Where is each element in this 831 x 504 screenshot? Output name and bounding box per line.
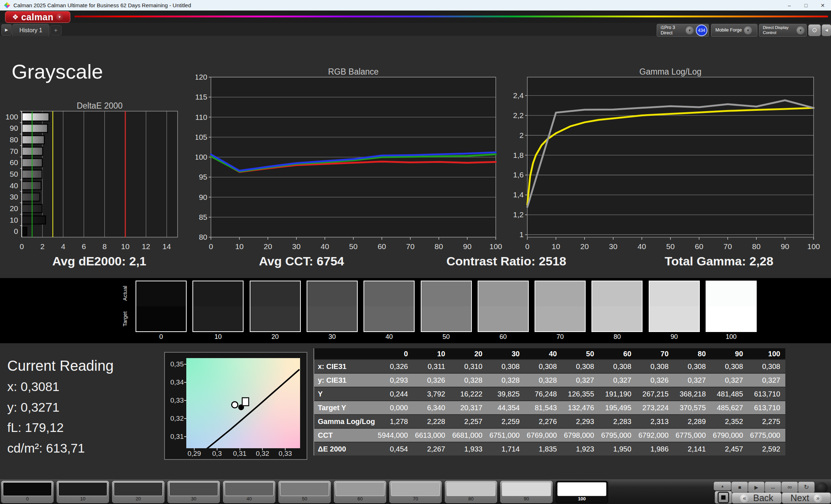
swatch-level-label: 30 xyxy=(307,333,358,341)
cie-tick-mark xyxy=(285,448,286,450)
refresh-button[interactable]: ↻ xyxy=(798,482,815,493)
settings-button[interactable]: ⚙ xyxy=(808,24,821,36)
display-control-dropdown[interactable]: Direct Display Control ▼ xyxy=(759,24,807,37)
patch-swatch xyxy=(557,482,606,496)
swatch-level-label: 100 xyxy=(706,333,757,341)
svg-text:50: 50 xyxy=(666,242,674,251)
table-cell: 2,267 xyxy=(413,442,450,455)
collapse-panel-button[interactable]: ◀ xyxy=(822,24,831,36)
table-cell: 0,244 xyxy=(376,387,413,400)
minimize-button[interactable]: – xyxy=(781,0,798,10)
play-icon: ▶ xyxy=(755,484,759,490)
contrast-ratio-value: Contrast Ratio: 2518 xyxy=(446,254,566,271)
table-column-header: 40 xyxy=(525,348,562,359)
back-button[interactable]: « Back xyxy=(732,492,782,504)
table-column-header: 20 xyxy=(450,348,487,359)
patch-label: 70 xyxy=(389,496,442,501)
tab-history-1[interactable]: History 1 xyxy=(12,24,49,36)
avg-de2000-value: Avg dE2000: 2,1 xyxy=(52,254,146,271)
patch-button-70[interactable]: 70 xyxy=(389,481,442,503)
svg-text:40: 40 xyxy=(321,242,329,251)
patch-button-30[interactable]: 30 xyxy=(167,481,220,503)
table-cell: 2,289 xyxy=(674,415,711,428)
table-cell: 3,792 xyxy=(413,387,450,400)
table-cell: 2,293 xyxy=(562,415,599,428)
swatch-target-100 xyxy=(706,306,756,331)
close-button[interactable]: ✕ xyxy=(814,0,831,10)
patch-button-0[interactable]: 0 xyxy=(1,481,54,503)
cie-tick-mark xyxy=(240,448,240,450)
play-button[interactable]: ▶ xyxy=(748,482,765,493)
svg-text:70: 70 xyxy=(10,147,18,155)
swatch-level-label: 10 xyxy=(192,333,244,341)
table-column-header: 100 xyxy=(748,348,785,359)
swatch-target-10 xyxy=(193,306,243,331)
svg-text:1: 1 xyxy=(519,230,524,239)
svg-text:14: 14 xyxy=(162,242,171,251)
pattern-window-button[interactable] xyxy=(715,491,732,504)
patch-button-20[interactable]: 20 xyxy=(112,481,165,503)
table-column-header: 90 xyxy=(711,348,748,359)
infinity-icon: ∞ xyxy=(788,484,792,491)
stop-button[interactable]: ■ xyxy=(731,482,748,493)
meter-dropdown[interactable]: X-Rite i1Pro 3 Direct View ▼ 434 xyxy=(657,24,709,37)
table-row-label: ΔE 2000 xyxy=(314,442,376,455)
patch-button-90[interactable]: 90 xyxy=(500,481,553,503)
swatch-actual-80 xyxy=(592,281,642,306)
cie-x-tick: 0,32 xyxy=(252,450,273,458)
window-outline-icon xyxy=(718,492,729,503)
table-cell: 2,275 xyxy=(748,415,785,428)
maximize-button[interactable]: □ xyxy=(798,0,814,10)
rgb-balance-chart: 8085909510010511011512001020304050607080… xyxy=(196,67,516,253)
continuous-button[interactable]: ∞ xyxy=(781,482,798,493)
patch-button-60[interactable]: 60 xyxy=(334,481,386,503)
patch-button-100[interactable]: 100 xyxy=(556,481,608,503)
table-cell: 0,326 xyxy=(413,374,450,387)
tab-scroll-button[interactable]: ▶ xyxy=(1,24,12,35)
next-button[interactable]: Next » xyxy=(782,492,831,504)
swatch-level-label: 50 xyxy=(421,333,472,341)
source-dropdown[interactable]: Mobile Forge ▼ xyxy=(711,24,757,37)
step-button[interactable]: ↔ xyxy=(765,482,781,493)
svg-text:4: 4 xyxy=(61,242,65,251)
svg-text:0: 0 xyxy=(525,242,529,251)
table-cell: 126,355 xyxy=(562,387,599,400)
patch-button-50[interactable]: 50 xyxy=(278,481,331,503)
table-column-header: 50 xyxy=(562,348,599,359)
patch-button-40[interactable]: 40 xyxy=(223,481,275,503)
svg-text:20: 20 xyxy=(264,242,272,251)
add-tab-button[interactable]: + xyxy=(50,25,62,35)
patch-swatch xyxy=(391,482,440,496)
pattern-panel-up-button[interactable]: ▲ xyxy=(714,482,731,491)
cie-y-tick: 0,35 xyxy=(165,360,184,368)
patch-label: 20 xyxy=(112,496,165,501)
table-cell: 1,835 xyxy=(525,442,562,455)
svg-text:80: 80 xyxy=(435,242,443,251)
target-row-label: Target xyxy=(122,304,128,333)
table-cell: 0,454 xyxy=(376,442,413,455)
cie-tick-mark xyxy=(184,418,186,419)
table-cell: 1,986 xyxy=(636,442,674,455)
svg-text:80: 80 xyxy=(752,242,760,251)
calman-menu-button[interactable]: ❖ calman ▼ xyxy=(5,11,70,23)
table-cell: 0,293 xyxy=(376,374,413,387)
swatch-level-label: 60 xyxy=(478,333,529,341)
table-cell: 2,283 xyxy=(599,415,636,428)
svg-text:120: 120 xyxy=(196,73,207,81)
svg-text:20: 20 xyxy=(580,242,589,251)
swatch-target-0 xyxy=(136,306,186,331)
measurement-table: 0102030405060708090100x: CIE310,3260,311… xyxy=(313,348,785,455)
patch-button-10[interactable]: 10 xyxy=(57,481,109,503)
svg-text:10: 10 xyxy=(235,242,244,251)
patch-button-80[interactable]: 80 xyxy=(445,481,497,503)
table-row-label: Target Y xyxy=(314,401,376,414)
svg-text:30: 30 xyxy=(609,242,617,251)
svg-text:95: 95 xyxy=(199,173,207,181)
table-cell: 0,308 xyxy=(674,360,711,373)
table-column-header: 10 xyxy=(413,348,450,359)
cie-overlay xyxy=(186,358,300,448)
play-icon: ▶ xyxy=(5,28,8,32)
table-cell: 2,228 xyxy=(413,415,450,428)
table-row-label: Y xyxy=(314,387,376,400)
display-control-label: Direct Display Control xyxy=(761,25,797,35)
